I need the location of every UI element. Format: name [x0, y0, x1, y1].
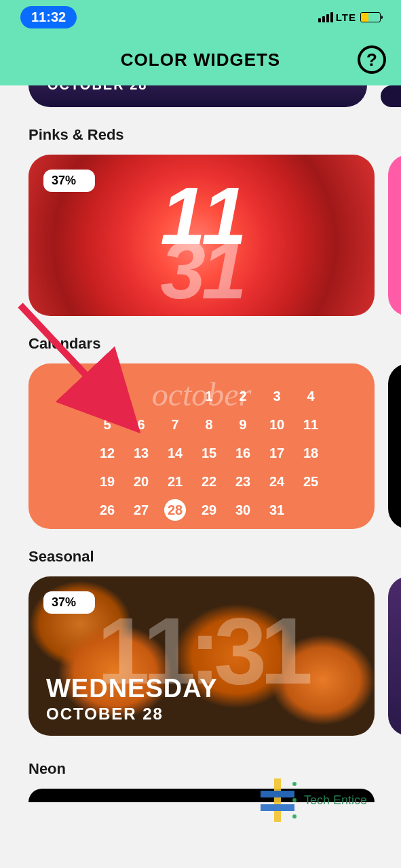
widget-card-pinks[interactable]: 37% 11 31: [28, 155, 375, 316]
calendar-day[interactable]: 23: [232, 471, 254, 492]
help-button[interactable]: ?: [358, 45, 386, 74]
status-bar: 11:32 LTE: [0, 0, 401, 34]
calendar-day[interactable]: 13: [130, 442, 152, 464]
widget-card-dark-partial[interactable]: OCTOBER 28: [28, 85, 367, 107]
calendar-day[interactable]: 25: [300, 471, 322, 492]
app-header: COLOR WIDGETS ?: [0, 34, 401, 85]
status-right: LTE: [318, 12, 381, 23]
svg-rect-3: [261, 804, 294, 811]
calendar-day[interactable]: 5: [96, 414, 118, 435]
calendar-grid: 1234567891011121314151617181920212223242…: [96, 385, 320, 521]
page-title: COLOR WIDGETS: [121, 50, 280, 71]
calendar-day[interactable]: 6: [130, 414, 152, 435]
calendar-day[interactable]: 17: [266, 442, 288, 464]
calendar-day[interactable]: 19: [96, 471, 118, 492]
calendar-day[interactable]: 22: [198, 471, 220, 492]
calendar-day[interactable]: 3: [266, 385, 288, 407]
network-label: LTE: [336, 12, 356, 23]
content-scroll[interactable]: OCTOBER 28 Pinks & Reds 37% 11 31 Calend…: [0, 85, 401, 802]
widget-card-calendar[interactable]: october 12345678910111213141516171819202…: [28, 363, 375, 529]
svg-rect-1: [274, 778, 281, 822]
signal-icon: [318, 12, 333, 22]
battery-icon: [360, 12, 381, 22]
watermark-text: Tech Entice: [304, 793, 367, 808]
calendar-day[interactable]: 9: [232, 414, 254, 435]
calendar-day[interactable]: 24: [266, 471, 288, 492]
watermark: Tech Entice: [256, 773, 367, 827]
section-title-seasonal: Seasonal: [0, 548, 401, 566]
watermark-logo-icon: [256, 773, 297, 827]
calendar-day[interactable]: 18: [300, 442, 322, 464]
calendar-day[interactable]: 27: [130, 499, 152, 521]
svg-rect-2: [261, 791, 294, 797]
calendar-day[interactable]: 28: [164, 499, 186, 521]
calendar-day[interactable]: 7: [164, 414, 186, 435]
calendar-day[interactable]: 4: [300, 385, 322, 407]
calendar-day[interactable]: 16: [232, 442, 254, 464]
svg-point-5: [292, 798, 297, 802]
calendar-day[interactable]: 2: [232, 385, 254, 407]
svg-point-6: [292, 814, 297, 818]
widget-card-seasonal[interactable]: 37% 11:31 WEDNESDAY OCTOBER 28: [28, 576, 375, 736]
widget-peek-dark[interactable]: [381, 85, 401, 107]
calendar-day[interactable]: 1: [198, 385, 220, 407]
calendar-day[interactable]: 20: [130, 471, 152, 492]
status-time: 11:32: [20, 6, 77, 28]
calendar-day[interactable]: 10: [266, 414, 288, 435]
widget-day: 31: [160, 229, 242, 311]
section-title-calendars: Calendars: [0, 335, 401, 353]
seasonal-day-name: WEDNESDAY: [46, 674, 218, 703]
calendar-day[interactable]: 12: [96, 442, 118, 464]
calendar-day[interactable]: 26: [96, 499, 118, 521]
widget-peek-purple[interactable]: [388, 576, 401, 736]
calendar-day[interactable]: 15: [198, 442, 220, 464]
section-title-pinks: Pinks & Reds: [0, 126, 401, 144]
partial-date-text: OCTOBER 28: [47, 85, 147, 93]
calendar-day[interactable]: 30: [232, 499, 254, 521]
battery-badge: 37%: [43, 170, 95, 192]
seasonal-date-text: OCTOBER 28: [46, 705, 164, 724]
calendar-day[interactable]: 29: [198, 499, 220, 521]
svg-point-4: [292, 782, 297, 786]
widget-peek-black[interactable]: [388, 363, 401, 529]
calendar-day[interactable]: 8: [198, 414, 220, 435]
calendar-day[interactable]: 31: [266, 499, 288, 521]
widget-peek-pink[interactable]: [388, 155, 401, 316]
calendar-day[interactable]: 14: [164, 442, 186, 464]
battery-badge: 37%: [43, 591, 95, 614]
calendar-day[interactable]: 21: [164, 471, 186, 492]
calendar-day[interactable]: 11: [300, 414, 322, 435]
